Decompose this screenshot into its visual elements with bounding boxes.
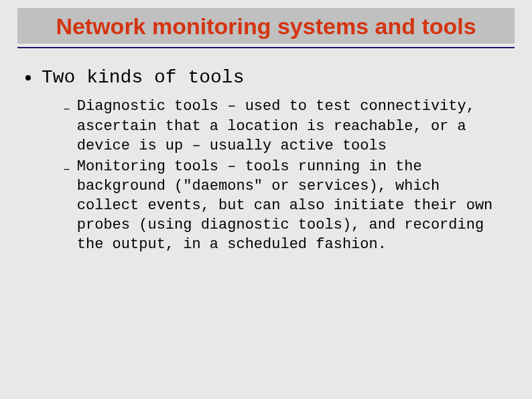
disc-bullet-icon <box>25 75 31 80</box>
bullet-level2: – Diagnostic tools – used to test connec… <box>63 97 508 155</box>
slide-title-bar: Network monitoring systems and tools <box>17 8 515 44</box>
slide-content: Two kinds of tools – Diagnostic tools – … <box>24 66 508 254</box>
sub-bullet-list: – Diagnostic tools – used to test connec… <box>63 97 508 253</box>
bullet-level2: – Monitoring tools – tools running in th… <box>63 157 508 254</box>
bullet-level2-text: Diagnostic tools – used to test connecti… <box>77 97 506 155</box>
dash-bullet-icon: – <box>63 97 70 117</box>
bullet-level1-text: Two kinds of tools <box>42 66 244 90</box>
bullet-level2-text: Monitoring tools – tools running in the … <box>77 157 506 254</box>
slide-title: Network monitoring systems and tools <box>24 13 508 40</box>
bullet-level1: Two kinds of tools <box>24 66 508 90</box>
dash-bullet-icon: – <box>63 157 70 178</box>
title-underline <box>17 47 515 48</box>
